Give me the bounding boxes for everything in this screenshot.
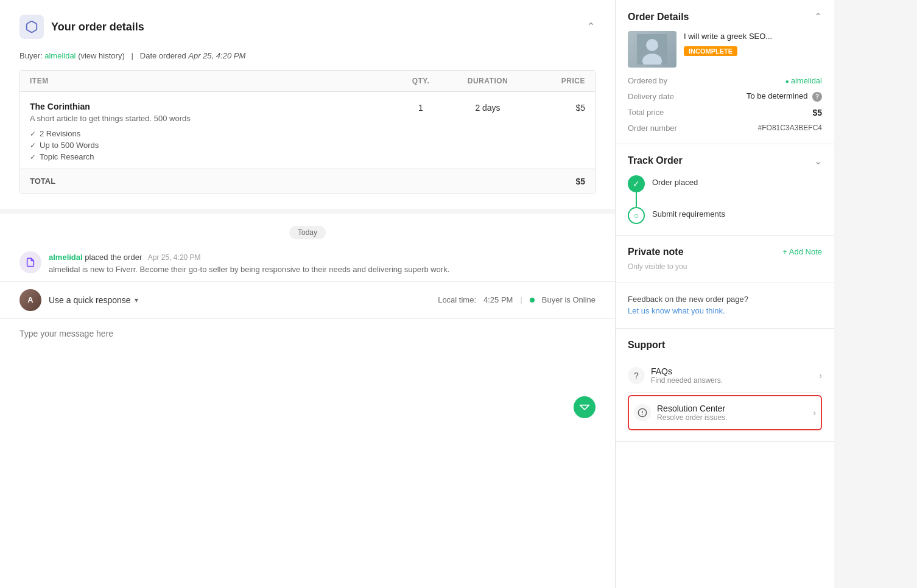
support-item-faqs-text: FAQs Find needed answers. xyxy=(651,366,723,385)
sidebar-total-price-label: Total price xyxy=(628,108,664,117)
sidebar-private-note: Private note + Add Note Only visible to … xyxy=(616,236,834,282)
svg-point-1 xyxy=(646,39,658,51)
faqs-title: FAQs xyxy=(651,366,723,376)
sidebar-support-header: Support xyxy=(628,340,822,351)
col-duration-header: DURATION xyxy=(451,77,524,85)
sidebar-total-price-value: $5 xyxy=(812,108,822,117)
buyer-name-link[interactable]: almelidal xyxy=(44,51,76,60)
message-input[interactable] xyxy=(19,329,596,377)
total-price-row: Total price $5 xyxy=(628,108,822,117)
collapse-icon[interactable]: ⌃ xyxy=(586,20,596,33)
online-indicator xyxy=(530,298,535,303)
delivery-date-label: Delivery date xyxy=(628,92,674,101)
buyer-online-status: Buyer is Online xyxy=(542,295,596,304)
delivery-date-value: To be determined ? xyxy=(747,91,822,102)
info-icon[interactable]: ? xyxy=(812,92,822,102)
local-time-label: Local time: xyxy=(438,295,476,304)
col-item-header: ITEM xyxy=(30,77,390,85)
order-icon xyxy=(19,15,44,39)
item-qty: 1 xyxy=(390,102,451,161)
col-price-header: PRICE xyxy=(524,77,585,85)
chat-event-body: almelidal placed the order Apr 25, 4:20 … xyxy=(49,251,449,274)
order-table: ITEM QTY. DURATION PRICE The Corinthian … xyxy=(19,70,596,194)
add-note-button[interactable]: + Add Note xyxy=(782,247,822,256)
faqs-chevron-icon: › xyxy=(819,371,822,380)
message-input-area xyxy=(0,318,615,391)
check-icon-3: ✓ xyxy=(30,153,36,161)
item-name: The Corinthian xyxy=(30,102,390,111)
order-details-section: Your order details ⌃ Buyer: almelidal (v… xyxy=(0,0,615,214)
sidebar-order-details-title: Order Details xyxy=(628,12,689,23)
col-qty-header: QTY. xyxy=(390,77,451,85)
feature-research: ✓ Topic Research xyxy=(30,152,390,161)
resolution-title: Resolution Center xyxy=(657,404,727,413)
send-button[interactable] xyxy=(574,396,596,418)
buyer-status: Local time: 4:25 PM | Buyer is Online xyxy=(438,295,596,304)
quick-response-button[interactable]: Use a quick response ▾ xyxy=(49,295,138,305)
feature-revisions: ✓ 2 Revisions xyxy=(30,129,390,138)
item-details: The Corinthian A short article to get th… xyxy=(30,102,390,161)
faqs-icon: ? xyxy=(628,367,645,384)
track-order-steps: ✓ Order placed ○ Submit requirements xyxy=(628,175,822,224)
item-features: ✓ 2 Revisions ✓ Up to 500 Words ✓ Topic … xyxy=(30,129,390,161)
track-order-collapse-icon[interactable]: ⌄ xyxy=(814,155,822,167)
resolution-icon xyxy=(634,404,651,421)
order-header: Your order details ⌃ xyxy=(19,15,596,39)
sidebar-collapse-icon[interactable]: ⌃ xyxy=(814,11,822,23)
order-number-label: Order number xyxy=(628,124,677,133)
ordered-by-row: Ordered by ●almelidal xyxy=(628,76,822,85)
sidebar-track-order: Track Order ⌄ ✓ Order placed ○ Submit re… xyxy=(616,144,834,236)
today-badge: Today xyxy=(289,226,326,239)
chat-event-text: almelidal placed the order Apr 25, 4:20 … xyxy=(49,251,449,264)
order-table-header: ITEM QTY. DURATION PRICE xyxy=(20,71,595,92)
private-note-sub: Only visible to you xyxy=(628,262,687,271)
sidebar-order-details: Order Details ⌃ I will write a greek SEO… xyxy=(616,0,834,144)
chat-event-user: almelidal xyxy=(49,253,83,262)
feedback-link[interactable]: Let us know what you think. xyxy=(628,306,725,315)
resolution-center-wrapper: Resolution Center Resolve order issues. … xyxy=(628,395,822,430)
sidebar-support-title: Support xyxy=(628,340,665,351)
total-price: $5 xyxy=(524,177,585,186)
chevron-down-icon: ▾ xyxy=(135,296,138,304)
private-note-title: Private note xyxy=(628,247,684,257)
item-desc: A short article to get things started. 5… xyxy=(30,114,390,123)
total-label: TOTAL xyxy=(30,177,390,186)
item-price: $5 xyxy=(524,102,585,161)
order-number-row: Order number #FO81C3A3BEFC4 xyxy=(628,124,822,133)
quick-response-bar: A Use a quick response ▾ Local time: 4:2… xyxy=(0,281,615,318)
track-step-label-1: Order placed xyxy=(652,175,698,187)
order-number-value: #FO81C3A3BEFC4 xyxy=(758,124,822,132)
buyer-info: Buyer: almelidal (view history) | Date o… xyxy=(19,51,596,60)
resolution-sub: Resolve order issues. xyxy=(657,413,727,422)
sidebar-track-order-title: Track Order xyxy=(628,155,683,166)
support-divider xyxy=(628,392,822,393)
order-meta: Ordered by ●almelidal Delivery date To b… xyxy=(628,76,822,133)
check-icon-1: ✓ xyxy=(30,130,36,138)
order-title: Your order details xyxy=(51,21,144,33)
table-row: The Corinthian A short article to get th… xyxy=(20,92,595,169)
sidebar-feedback: Feedback on the new order page? Let us k… xyxy=(616,282,834,329)
buyer-label: Buyer: xyxy=(19,51,43,60)
track-step-icon-2: ○ xyxy=(628,207,645,224)
order-header-left: Your order details xyxy=(19,15,144,39)
resolution-chevron-icon: › xyxy=(813,408,816,418)
right-sidebar: Order Details ⌃ I will write a greek SEO… xyxy=(615,0,834,588)
today-divider: Today xyxy=(0,214,615,247)
faqs-sub: Find needed answers. xyxy=(651,376,723,385)
sidebar-support: Support ? FAQs Find needed answers. › xyxy=(616,329,834,442)
check-icon-2: ✓ xyxy=(30,141,36,150)
chat-event-action: placed the order xyxy=(85,253,142,262)
order-table-total: TOTAL $5 xyxy=(20,169,595,194)
support-item-resolution[interactable]: Resolution Center Resolve order issues. … xyxy=(634,396,816,429)
track-connector xyxy=(636,192,637,207)
chat-event: almelidal placed the order Apr 25, 4:20 … xyxy=(0,247,615,281)
support-item-faqs[interactable]: ? FAQs Find needed answers. › xyxy=(628,359,822,392)
date-ordered-label: Date ordered xyxy=(140,51,186,60)
date-ordered-value: Apr 25, 4:20 PM xyxy=(188,51,245,60)
avatar: A xyxy=(19,289,41,311)
feedback-title: Feedback on the new order page? xyxy=(628,295,748,304)
gig-thumbnail xyxy=(628,31,676,68)
support-item-faqs-left: ? FAQs Find needed answers. xyxy=(628,366,723,385)
view-history-link[interactable]: (view history) xyxy=(78,51,125,60)
delivery-date-row: Delivery date To be determined ? xyxy=(628,91,822,102)
